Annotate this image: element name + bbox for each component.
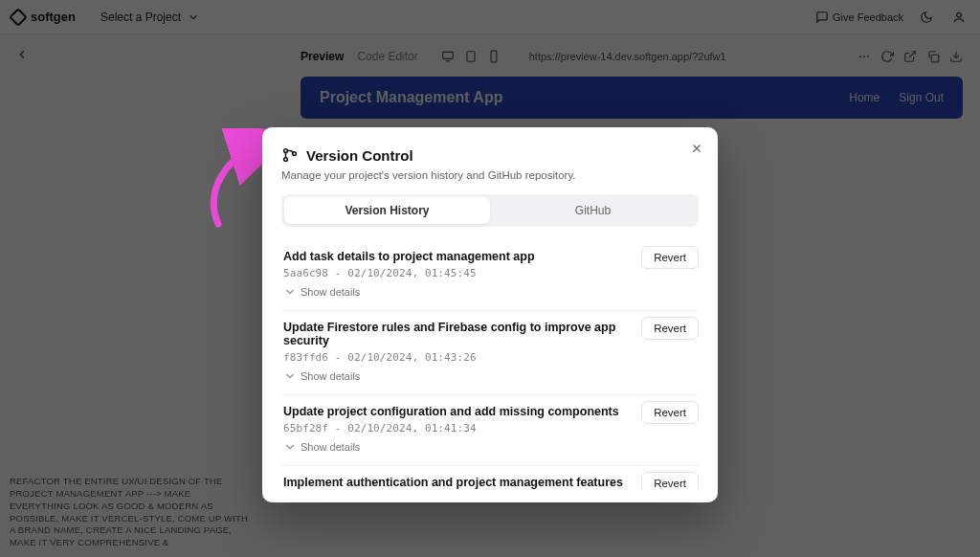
modal-title: Version Control <box>306 147 413 164</box>
commit-timestamp: 02/10/2024, 01:43:26 <box>328 351 477 364</box>
modal-tabs: Version History GitHub <box>281 194 699 227</box>
commit-title: Update Firestore rules and Firebase conf… <box>283 321 697 347</box>
commit-hash: 65bf28f <box>283 422 328 434</box>
svg-point-14 <box>284 158 288 162</box>
commit-row: RevertAdd task details to project manage… <box>281 240 699 311</box>
show-details-label: Show details <box>301 286 360 298</box>
commit-hash: 5aa6c98 <box>283 267 328 279</box>
commit-meta: 5aa6c9802/10/2024, 01:45:45 <box>283 267 697 279</box>
show-details-toggle[interactable]: Show details <box>283 440 697 454</box>
commit-title: Update project configuration and add mis… <box>283 405 697 418</box>
modal-subtitle: Manage your project's version history an… <box>281 169 699 181</box>
revert-button[interactable]: Revert <box>641 317 699 340</box>
close-button[interactable] <box>687 139 706 158</box>
close-icon <box>690 142 703 155</box>
chevron-down-icon <box>283 285 297 299</box>
commit-list[interactable]: RevertAdd task details to project manage… <box>281 240 699 489</box>
show-details-toggle[interactable]: Show details <box>283 369 697 383</box>
branch-icon <box>281 146 299 164</box>
commit-title: Add task details to project management a… <box>283 250 697 263</box>
show-details-label: Show details <box>301 370 360 382</box>
chevron-down-icon <box>283 440 297 454</box>
show-details-label: Show details <box>301 441 360 453</box>
revert-button[interactable]: Revert <box>641 401 699 424</box>
chevron-down-icon <box>283 369 297 383</box>
revert-button[interactable]: Revert <box>641 472 699 489</box>
tab-github[interactable]: GitHub <box>490 197 696 224</box>
commit-row: RevertUpdate Firestore rules and Firebas… <box>281 311 699 395</box>
version-control-modal: Version Control Manage your project's ve… <box>262 127 718 502</box>
commit-row: RevertImplement authentication and proje… <box>281 466 699 489</box>
commit-title: Implement authentication and project man… <box>283 476 697 489</box>
commit-meta: 65bf28f02/10/2024, 01:41:34 <box>283 422 697 434</box>
commit-row: RevertUpdate project configuration and a… <box>281 395 699 466</box>
commit-timestamp: 02/10/2024, 01:41:34 <box>328 422 477 434</box>
commit-meta: f83ffd602/10/2024, 01:43:26 <box>283 351 697 364</box>
show-details-toggle[interactable]: Show details <box>283 285 697 299</box>
commit-timestamp: 02/10/2024, 01:45:45 <box>328 267 477 279</box>
revert-button[interactable]: Revert <box>641 246 699 269</box>
modal-header: Version Control <box>281 146 699 164</box>
tab-version-history[interactable]: Version History <box>284 197 490 224</box>
commit-hash: f83ffd6 <box>283 351 328 364</box>
svg-point-13 <box>284 149 288 153</box>
